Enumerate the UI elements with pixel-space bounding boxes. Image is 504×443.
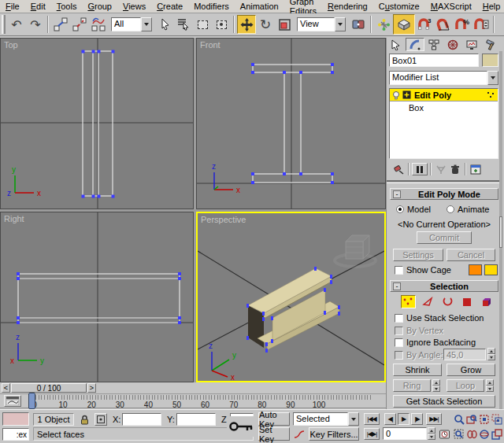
bind-to-space-warp-icon[interactable]	[89, 15, 108, 34]
cage-color-swatch[interactable]	[469, 264, 482, 275]
time-next-button[interactable]: >	[87, 383, 96, 393]
snap-3d-icon[interactable]: 3	[415, 15, 434, 34]
menu-customize[interactable]: Customize	[373, 0, 425, 13]
key-filters-button[interactable]: Key Filters...	[309, 427, 359, 441]
collapse-icon[interactable]: -	[393, 190, 401, 198]
ring-button[interactable]: Ring	[393, 379, 431, 392]
vertex-subobject-level-icon[interactable]	[487, 91, 495, 98]
object-name-field[interactable]: Box01	[389, 54, 479, 67]
collapse-icon[interactable]: -	[393, 282, 401, 290]
loop-spinner[interactable]	[486, 379, 494, 392]
by-angle-field[interactable]: 45,0	[443, 349, 486, 360]
viewport-front[interactable]: z x Front	[196, 38, 386, 209]
menu-rendering[interactable]: Rendering	[322, 0, 373, 13]
percent-snap-icon[interactable]: %	[453, 15, 472, 34]
selection-lock-icon[interactable]	[78, 413, 91, 426]
rollout-selection-header[interactable]: - Selection	[390, 280, 498, 292]
show-end-result-icon[interactable]	[412, 163, 428, 175]
get-stack-selection-button[interactable]: Get Stack Selection	[393, 395, 495, 408]
viewport-label-top[interactable]: Top	[4, 40, 18, 50]
zoom-extents-all-icon[interactable]	[491, 413, 502, 425]
border-subobject-icon[interactable]	[440, 295, 455, 308]
viewport-label-perspective[interactable]: Perspective	[201, 215, 246, 224]
reference-coordinate-arrow-icon[interactable]	[335, 17, 346, 31]
scrollbar-thumb[interactable]	[499, 216, 502, 248]
window-crossing-icon[interactable]	[212, 15, 231, 34]
menu-tools[interactable]: Tools	[51, 0, 83, 13]
tab-utilities-icon[interactable]	[481, 38, 500, 51]
current-frame-field[interactable]: 0	[383, 427, 427, 440]
redo-icon[interactable]: ↷	[26, 15, 45, 34]
expand-subobjects-icon[interactable]	[402, 90, 411, 99]
selection-set-arrow-icon[interactable]	[348, 412, 359, 426]
frame-spinner[interactable]	[428, 427, 435, 440]
set-key-mode-key-icon[interactable]	[227, 416, 255, 437]
commit-button[interactable]: Commit	[417, 231, 472, 244]
time-prev-button[interactable]: <	[2, 383, 10, 393]
modifier-list-arrow-icon[interactable]	[487, 71, 498, 85]
viewport-label-right[interactable]: Right	[4, 214, 24, 223]
viewport-right[interactable]: z y x Right	[0, 212, 194, 382]
viewport-top[interactable]: y x z Top	[0, 38, 194, 209]
reference-coordinate-dropdown[interactable]: View	[297, 17, 346, 31]
set-key-button[interactable]: Set Key	[258, 427, 290, 441]
arc-rotate-icon[interactable]	[478, 428, 490, 440]
menu-views[interactable]: Views	[117, 0, 151, 13]
time-slider-frame-marker[interactable]	[28, 393, 35, 409]
menu-file[interactable]: File	[0, 0, 25, 13]
goto-end-button[interactable]: ▶▶|	[426, 413, 442, 425]
selection-filter-dropdown[interactable]: All	[111, 17, 152, 31]
command-panel-scrollbar[interactable]	[499, 51, 502, 409]
select-and-move-icon[interactable]	[237, 15, 256, 34]
unlink-selection-icon[interactable]	[70, 15, 89, 34]
menu-group[interactable]: Group	[82, 0, 117, 13]
by-angle-spinner[interactable]	[487, 348, 495, 360]
rollout-edit-poly-mode-header[interactable]: - Edit Poly Mode	[390, 188, 498, 200]
maxscript-macro-recorder-pane[interactable]	[2, 412, 29, 426]
undo-icon[interactable]: ↶	[7, 15, 26, 34]
track-bar-ruler[interactable]: 0 10 20 30 40 50 60 70 80 90 100	[24, 394, 380, 409]
menu-help[interactable]: Help	[477, 0, 504, 13]
tab-motion-icon[interactable]	[443, 38, 462, 51]
selection-filter-arrow-icon[interactable]	[141, 17, 152, 31]
time-slider-handle[interactable]: 0 / 100	[11, 383, 87, 393]
key-mode-toggle-button[interactable]: |◀▶|	[364, 428, 380, 440]
show-cage-checkbox[interactable]: Show Cage	[395, 265, 451, 275]
mini-curve-editor-icon[interactable]	[4, 395, 21, 407]
selection-set-dropdown[interactable]: Selected	[293, 412, 359, 426]
lightbulb-icon[interactable]	[391, 90, 401, 100]
element-subobject-icon[interactable]	[480, 295, 495, 308]
maximize-viewport-toggle-icon[interactable]	[491, 428, 502, 440]
play-button[interactable]: ▶	[398, 413, 410, 425]
zoom-region-icon[interactable]	[453, 428, 465, 440]
select-and-rotate-icon[interactable]: ↻	[256, 15, 275, 34]
radio-animate[interactable]: Animate	[447, 205, 489, 214]
menu-modifiers[interactable]: Modifiers	[188, 0, 235, 13]
make-unique-icon[interactable]	[434, 163, 448, 175]
select-and-scale-icon[interactable]	[275, 15, 294, 34]
stack-item-box[interactable]: Box	[390, 102, 498, 113]
vertex-subobject-icon[interactable]	[401, 295, 416, 308]
menu-create[interactable]: Create	[151, 0, 188, 13]
menu-maxscript[interactable]: MAXScript	[425, 0, 477, 13]
zoom-extents-icon[interactable]	[478, 413, 490, 425]
zoom-icon[interactable]	[453, 413, 465, 425]
zoom-all-icon[interactable]	[465, 413, 477, 425]
angle-snap-icon[interactable]	[434, 15, 453, 34]
cage-selected-color-swatch[interactable]	[484, 264, 498, 275]
select-and-link-icon[interactable]	[51, 15, 70, 34]
by-vertex-checkbox[interactable]: By Vertex	[395, 326, 443, 335]
radio-model[interactable]: Model	[396, 205, 431, 214]
snaps-toggle-icon[interactable]	[393, 14, 415, 35]
spinner-snap-icon[interactable]	[472, 15, 491, 34]
menu-animation[interactable]: Animation	[235, 0, 284, 13]
remove-modifier-icon[interactable]	[448, 163, 462, 175]
goto-start-button[interactable]: |◀◀	[364, 413, 380, 425]
rectangular-selection-region-icon[interactable]	[193, 15, 212, 34]
modifier-list-dropdown[interactable]: Modifier List	[389, 71, 498, 85]
auto-key-button[interactable]: Auto Key	[258, 412, 290, 426]
use-pivot-point-center-icon[interactable]	[349, 15, 368, 34]
use-stack-selection-checkbox[interactable]: Use Stack Selection	[395, 313, 484, 323]
tab-display-icon[interactable]	[462, 38, 481, 51]
polygon-subobject-icon[interactable]	[460, 295, 475, 308]
